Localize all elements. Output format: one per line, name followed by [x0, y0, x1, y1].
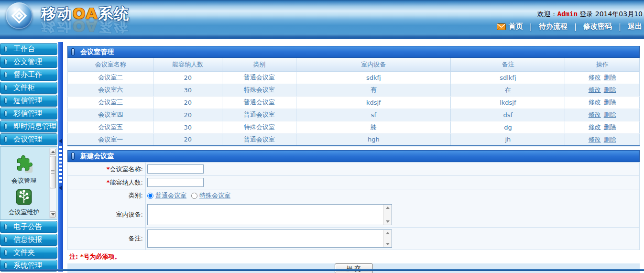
edit-link[interactable]: 修改 [589, 111, 601, 118]
category-special-radio[interactable] [191, 193, 197, 199]
china-mobile-logo-icon [6, 2, 33, 29]
splitter-grip [59, 146, 62, 183]
panel-pill-icon [71, 48, 75, 55]
mail-icon [497, 23, 506, 30]
capacity-input[interactable] [147, 178, 204, 187]
remark-textarea[interactable] [148, 230, 383, 247]
sidebar-item-document-management[interactable]: 公文管理 [0, 56, 57, 68]
header-divider-strip [0, 34, 644, 39]
menu-pill-icon [4, 85, 7, 91]
nav-separator: | [619, 22, 621, 31]
room-name-input[interactable] [147, 164, 204, 174]
scrollbar-up-icon[interactable] [386, 232, 390, 234]
category-normal-radio[interactable] [147, 193, 153, 199]
nav-separator: | [574, 22, 577, 31]
edit-link[interactable]: 修改 [589, 98, 601, 106]
submenu-item-meeting-room-maintenance[interactable]: 会议室维护 [0, 189, 47, 217]
collapse-arrow-icon[interactable] [59, 139, 62, 143]
sidebar-item-meeting-management[interactable]: 会议管理 [0, 133, 57, 145]
menu-pill-icon [4, 123, 7, 130]
scrollbar-down-icon[interactable] [50, 211, 56, 218]
menu-pill-icon [4, 110, 7, 117]
main-content: 会议室管理 会议室名称 能容纳人数 类别 室内设备 备注 操作 会议室二20普通… [67, 46, 640, 273]
app-logo: 移动OA系统 移动OA系统 [6, 2, 130, 34]
menu-pill-icon [4, 59, 7, 65]
submit-bar: 提 交 [67, 263, 640, 273]
delete-link[interactable]: 删除 [604, 136, 616, 143]
menu-pill-icon [4, 136, 7, 142]
equipment-textarea[interactable] [148, 205, 383, 225]
column-header: 能容纳人数 [153, 58, 222, 71]
edit-link[interactable]: 修改 [589, 123, 601, 131]
remark-label: 备注: [68, 228, 146, 250]
sidebar-item-file-cabinet[interactable]: 文件柜 [0, 82, 57, 94]
table-row: 会议室五30特殊会议室膝dg 修改删除 [68, 121, 640, 133]
scrollbar-up-icon[interactable] [50, 149, 56, 155]
nav-todo-link[interactable]: 待办流程 [539, 22, 568, 31]
panel-title: 新建会议室 [80, 152, 114, 161]
textarea-scrollbar[interactable] [383, 230, 392, 247]
sidebar-item-supervision[interactable]: 督办工作 [0, 69, 57, 81]
sidebar-item-info-bulletin[interactable]: 信息快报 [0, 234, 57, 246]
sidebar-item-sms-management[interactable]: 短信管理 [0, 95, 57, 107]
edit-link[interactable]: 修改 [589, 74, 601, 81]
delete-link[interactable]: 删除 [604, 86, 616, 93]
sidebar-item-folders[interactable]: 文件夹 [0, 247, 57, 259]
table-row: 会议室三20普通会议室kdsjflkdsjf 修改删除 [68, 96, 640, 109]
top-navigation: 首页 | 待办流程 | 修改密码 | 退出 [497, 22, 642, 31]
table-header-row: 会议室名称 能容纳人数 类别 室内设备 备注 操作 [68, 58, 640, 71]
menu-pill-icon [4, 224, 7, 230]
sidebar: 工作台 公文管理 督办工作 文件柜 短信管理 彩信管理 即时消息管理 会议管理 … [0, 43, 57, 273]
collapse-arrow-icon[interactable] [59, 186, 62, 190]
category-label: 类别: [68, 189, 146, 202]
scrollbar-up-icon[interactable] [386, 207, 390, 209]
panel-pill-icon [71, 153, 75, 160]
required-field-note: 注: *号为必添项。 [67, 250, 640, 263]
sidebar-collapse-splitter[interactable] [58, 42, 63, 272]
edit-link[interactable]: 修改 [589, 86, 601, 93]
scrollbar-down-icon[interactable] [386, 220, 390, 223]
scrollbar-thumb[interactable] [50, 156, 56, 188]
delete-link[interactable]: 删除 [604, 98, 616, 106]
welcome-text: 欢迎：Admin 登录 2014年03月10 [537, 10, 643, 19]
menu-pill-icon [4, 237, 7, 243]
sidebar-item-mms-management[interactable]: 彩信管理 [0, 108, 57, 120]
edit-link[interactable]: 修改 [589, 136, 601, 143]
page-bottom-divider [0, 269, 644, 271]
room-name-label: *会议室名称: [68, 163, 146, 176]
menu-pill-icon [4, 46, 7, 52]
column-header: 备注 [451, 58, 565, 71]
sidebar-item-e-announcement[interactable]: 电子公告 [0, 221, 57, 233]
new-room-form: *会议室名称: *能容纳人数: 类别: 普通会议室 [67, 162, 640, 250]
table-row: 会议室一20普通会议室hghjh 修改删除 [68, 133, 640, 146]
username: Admin [557, 11, 578, 18]
nav-logout-link[interactable]: 退出 [628, 22, 642, 31]
menu-pill-icon [4, 98, 7, 104]
submenu-scrollbar[interactable] [49, 148, 56, 218]
column-header: 类别 [222, 58, 296, 71]
submit-button[interactable]: 提 交 [335, 263, 373, 273]
textarea-scrollbar[interactable] [383, 205, 392, 225]
new-room-panel-header: 新建会议室 [67, 150, 640, 162]
column-header: 会议室名称 [68, 58, 153, 71]
sidebar-item-workbench[interactable]: 工作台 [0, 43, 57, 55]
delete-link[interactable]: 删除 [604, 123, 616, 131]
delete-link[interactable]: 删除 [604, 111, 616, 118]
sidebar-item-im-management[interactable]: 即时消息管理 [0, 120, 57, 132]
app-title-reflection: 移动OA系统 [41, 18, 130, 34]
nav-separator: | [530, 22, 532, 31]
menu-pill-icon [4, 72, 7, 78]
category-normal-option[interactable]: 普通会议室 [147, 191, 186, 200]
category-special-option[interactable]: 特殊会议室 [191, 191, 230, 200]
puzzle-icon [13, 166, 34, 175]
nav-change-password-link[interactable]: 修改密码 [583, 22, 612, 31]
tree-icon [15, 198, 33, 207]
nav-home-link[interactable]: 首页 [497, 22, 523, 31]
delete-link[interactable]: 删除 [604, 74, 616, 81]
menu-pill-icon [4, 262, 7, 269]
scrollbar-down-icon[interactable] [386, 243, 390, 245]
table-row: 会议室二20普通会议室sdkfjsdlkfj 修改删除 [68, 71, 640, 84]
submenu-item-meeting-management[interactable]: 会议管理 [0, 154, 47, 185]
column-header: 室内设备 [296, 58, 451, 71]
login-date: 2014年03月10 [595, 10, 643, 18]
